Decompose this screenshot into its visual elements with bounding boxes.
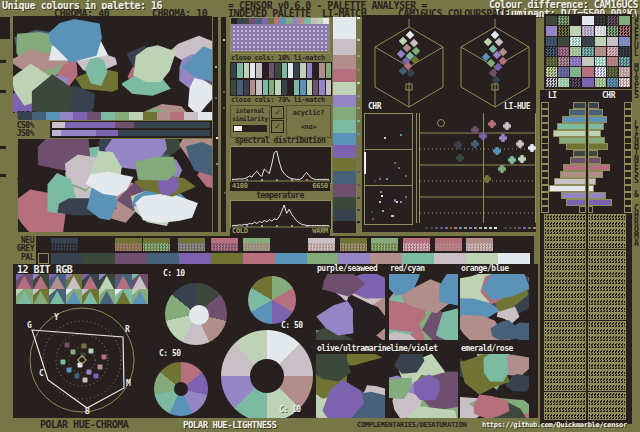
mix-cell: [595, 16, 606, 25]
left-edge-tick: [0, 174, 6, 177]
circle-hole: [250, 359, 284, 393]
similarity-progress: [233, 125, 267, 132]
mix-cell: [570, 16, 581, 25]
spectral-max: 6650: [312, 183, 328, 190]
chr-scatter-cursor: [364, 152, 366, 174]
internal-similarity-checkbox[interactable]: ✓: [271, 106, 284, 119]
li-bar-dither: [544, 292, 586, 299]
scatter-dot: [224, 200, 226, 202]
hue-tick: [514, 227, 517, 229]
mix-cell: [558, 67, 569, 76]
li-match-band: [333, 82, 356, 95]
useful-mixes-grid: [546, 16, 630, 87]
mix-cell: [546, 67, 557, 76]
swatch-cell: [288, 63, 293, 78]
mix-cell: [595, 78, 606, 87]
scatter-dot: [224, 192, 226, 194]
svg-text:G: G: [27, 321, 32, 330]
cam16ucs-cubes: [362, 15, 536, 113]
neu-grey-dither: [178, 243, 205, 251]
palette-cell: [179, 253, 211, 264]
acyclic-value[interactable]: <no>: [287, 124, 330, 131]
circle-center-light: [189, 305, 209, 325]
palette-cell: [370, 253, 402, 264]
li-match-band: [333, 69, 356, 82]
neu-grey-dither: [371, 243, 398, 251]
swatch-cell: [300, 63, 305, 78]
hue-tick: [420, 227, 423, 229]
chroma10-chart: [122, 28, 212, 113]
mix-cell: [582, 37, 593, 46]
swatch-cell: [263, 80, 268, 95]
spec-strip: [18, 112, 212, 120]
mix-cell: [546, 47, 557, 56]
li-bar-dither: [544, 377, 586, 384]
li-hue-svg: [416, 113, 536, 223]
hue-tick: [523, 227, 526, 229]
hue-tick: [454, 227, 457, 229]
left-edge-tick: [0, 60, 6, 63]
polar-hue-lightness-caption: POLAR HUE-LIGHTNESS: [183, 421, 276, 430]
li-match-tick: [357, 158, 360, 160]
acyclic-checkbox[interactable]: ✓: [271, 120, 284, 133]
li-match-band: [333, 184, 356, 197]
swatch-cell: [250, 63, 255, 78]
mix-cell: [619, 57, 630, 66]
li-match-band: [333, 107, 356, 120]
swatch-cell: [269, 80, 274, 95]
bar-segment: [65, 122, 116, 128]
palette-cell: [243, 253, 275, 264]
c50-label-b: C: 50: [159, 350, 181, 358]
swatch-cell: [244, 63, 249, 78]
svg-text:C: C: [39, 369, 44, 378]
bar-segment: [118, 130, 210, 136]
swatch-cell: [231, 80, 236, 95]
polar-hue-lightness-circle: [165, 283, 227, 345]
hue-tick: [484, 227, 487, 229]
mix-cell: [582, 16, 593, 25]
svg-text:M: M: [126, 379, 131, 388]
mix-cell: [607, 37, 618, 46]
li-bar-cap: [541, 206, 549, 213]
censor-app-window: Unique colours in palette: 16 = CENSOR v…: [0, 0, 640, 432]
scatter-dot: [398, 167, 400, 169]
li-bar-dither: [544, 313, 586, 320]
mix-cell: [570, 67, 581, 76]
bar-segment: [134, 122, 210, 128]
mix-cell: [558, 47, 569, 56]
cold-label: COLD: [232, 228, 248, 235]
palette-cell: [434, 253, 466, 264]
complementary-label: emerald/rose: [461, 345, 513, 353]
scatter-dot: [371, 211, 373, 213]
li-bar-dither: [544, 285, 586, 292]
chr-bar-dither: [588, 370, 626, 377]
mix-cell: [570, 37, 581, 46]
complementaries-grid: purple/seaweedred/cyanorange/blueolive/u…: [313, 264, 538, 418]
hue-tick: [479, 227, 482, 229]
chr-bar-dither: [588, 392, 626, 399]
chr-scatter-box-1: [365, 114, 412, 150]
chr-bar-dither: [588, 271, 626, 278]
scatter-dot: [374, 180, 376, 182]
left-edge-tick: [0, 90, 6, 93]
scatter-dot: [400, 134, 402, 136]
complementary-panel: [389, 274, 458, 340]
li-bar-dither: [544, 413, 586, 420]
li-bar-dither: [544, 392, 586, 399]
chr-bar-dither: [588, 257, 626, 264]
mix-cell: [619, 67, 630, 76]
scatter-dot: [380, 191, 382, 193]
neu-grey-dither: [466, 243, 493, 251]
hue-tick: [459, 227, 462, 229]
left-edge-notch: [0, 17, 10, 39]
scatter-dot: [216, 163, 218, 165]
internal-similarity-box: internal similarity: [230, 105, 270, 138]
palette-cell: [275, 253, 307, 264]
polar-hue-chroma-chart: GYRMBC: [13, 264, 153, 418]
temperature-chart: [230, 200, 332, 230]
li-match-band: [333, 221, 356, 233]
mini-column-a: [213, 17, 218, 232]
swatch-cell: [307, 80, 312, 95]
li-bar-dither: [544, 399, 586, 406]
scatter-dot: [216, 137, 218, 139]
